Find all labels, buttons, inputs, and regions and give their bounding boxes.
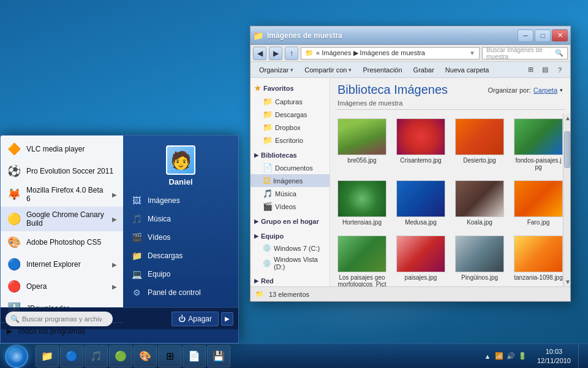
start-menu-left: 🔶 VLC media player ⚽ Pro Evolution Socce…	[1, 136, 123, 307]
taskbar-item-explorer[interactable]: 📁	[36, 345, 59, 367]
image-item-5[interactable]: Medusa.jpg	[394, 178, 448, 228]
tray-network-icon[interactable]: 📶	[494, 351, 504, 361]
nav-item-musica[interactable]: 🎵 Música	[251, 187, 330, 200]
taskbar-item-photoshop[interactable]: 🎨	[134, 345, 157, 367]
help-button[interactable]: ?	[553, 64, 567, 76]
nav-item-imagenes[interactable]: 🖼 Imágenes	[251, 174, 330, 187]
image-item-7[interactable]: Faro.jpg	[511, 178, 563, 228]
power-arrow-button[interactable]: ▶	[221, 312, 233, 326]
start-orb[interactable]	[5, 345, 28, 368]
right-imagenes[interactable]: 🖼 Imágenes	[123, 191, 238, 210]
image-item-4[interactable]: Hortensias.jpg	[335, 178, 389, 228]
search-input[interactable]	[22, 315, 102, 323]
right-panel-control[interactable]: ⚙ Panel de control	[123, 283, 238, 302]
computer-section[interactable]: ▶ Equipo	[251, 230, 330, 242]
right-descargas[interactable]: 📁 Descargas	[123, 247, 238, 265]
nav-item-vista[interactable]: 💿 Windows Vista (D:)	[251, 254, 330, 272]
smi-vlc[interactable]: 🔶 VLC media player	[1, 138, 123, 160]
scrollbar[interactable]: ▲ ▼	[563, 113, 570, 286]
homegroup-section[interactable]: ▶ Grupo en el hogar	[251, 215, 330, 228]
nav-item-videos[interactable]: 🎬 Vídeos	[251, 200, 330, 213]
user-avatar[interactable]: 🧑	[166, 145, 195, 175]
start-button[interactable]	[0, 344, 33, 369]
folder-icon: 🎬	[263, 202, 273, 211]
view-toggle-button[interactable]: ⊞	[524, 64, 537, 76]
image-grid: bre056.jpgCrisantemo.jpgDesierto.jpgfond…	[330, 113, 563, 286]
smi-firefox[interactable]: 🦊 Mozilla Firefox 4.0 Beta 6 ▶	[1, 182, 123, 207]
up-button[interactable]: ↑	[285, 47, 298, 60]
new-folder-button[interactable]: Nueva carpeta	[440, 65, 494, 75]
storage-icon: 💾	[213, 350, 225, 362]
photoshop-icon: 🎨	[7, 235, 21, 250]
image-item-0[interactable]: bre056.jpg	[335, 116, 389, 173]
network-section[interactable]: ▶ Red	[251, 275, 330, 286]
libraries-section[interactable]: ▶ Bibliotecas	[251, 149, 330, 161]
back-button[interactable]: ◀	[253, 47, 266, 60]
taskbar-clock[interactable]: 10:03 12/11/2010	[532, 347, 576, 365]
tray-battery-icon[interactable]: 🔋	[518, 351, 527, 361]
image-item-6[interactable]: Koala.jpg	[453, 178, 507, 228]
image-thumb	[337, 236, 386, 272]
presentation-button[interactable]: Presentación	[358, 65, 407, 75]
organize-button[interactable]: Organizar ▾	[254, 65, 298, 75]
close-button[interactable]: ✕	[552, 29, 568, 42]
taskbar-item-ie[interactable]: 🔵	[60, 345, 83, 367]
nav-item-documentos[interactable]: 📄 Documentos	[251, 161, 330, 174]
image-item-8[interactable]: Los paisajes geomorfologicos_Picture3.jp…	[335, 233, 389, 286]
taskbar-item-doc[interactable]: 📄	[183, 345, 206, 367]
address-text: « Imágenes ▶ Imágenes de muestra	[316, 49, 425, 57]
scrollbar-thumb[interactable]	[564, 131, 570, 168]
right-videos[interactable]: 🎬 Vídeos	[123, 228, 238, 247]
power-button[interactable]: ⏻ Apagar	[172, 312, 219, 326]
forward-button[interactable]: ▶	[269, 47, 282, 60]
right-equipo[interactable]: 💻 Equipo	[123, 265, 238, 283]
share-arrow-icon: ▾	[349, 67, 352, 73]
smi-chrome[interactable]: 🟡 Google Chrome Canary Build ▶	[1, 207, 123, 231]
preview-pane-button[interactable]: ▤	[538, 64, 552, 76]
share-button[interactable]: Compartir con ▾	[300, 65, 356, 75]
folder-icon: 📁	[263, 123, 273, 132]
tray-arrow-icon[interactable]: ▲	[483, 351, 492, 361]
minimize-button[interactable]: ─	[518, 29, 533, 42]
nav-item-capturas[interactable]: 📁 Capturas	[251, 95, 330, 108]
image-thumb	[396, 236, 445, 272]
search-box[interactable]: 🔍	[6, 312, 113, 326]
record-button[interactable]: Grabar	[409, 65, 439, 75]
nav-item-escritorio[interactable]: 📁 Escritorio	[251, 134, 330, 147]
smi-photoshop[interactable]: 🎨 Adobe Photoshop CS5	[1, 231, 123, 253]
image-thumb	[455, 118, 504, 155]
address-field[interactable]: 📁 « Imágenes ▶ Imágenes de muestra ▼	[301, 47, 480, 59]
taskbar-item-media[interactable]: 🎵	[85, 345, 108, 367]
search-icon: 🔍	[10, 315, 20, 323]
windows-logo	[10, 350, 23, 362]
taskbar-item-grid[interactable]: ⊞	[158, 345, 181, 367]
image-item-1[interactable]: Crisantemo.jpg	[394, 116, 448, 173]
image-thumb	[396, 118, 445, 155]
smi-ie[interactable]: 🔵 Internet Explorer ▶	[1, 253, 123, 275]
smi-pes[interactable]: ⚽ Pro Evolution Soccer 2011	[1, 160, 123, 182]
show-desktop-button[interactable]	[578, 345, 583, 368]
image-thumb	[396, 180, 445, 217]
image-item-3[interactable]: fondos-paisajes.jpg	[511, 116, 563, 173]
image-item-11[interactable]: tanzania-1098.jpg	[511, 233, 563, 286]
search-field[interactable]: Buscar Imágenes de muestra 🔍	[482, 47, 568, 59]
right-musica[interactable]: 🎵 Música	[123, 210, 238, 228]
image-item-10[interactable]: Pingüinos.jpg	[453, 233, 507, 286]
organize-arrow-icon: ▾	[560, 87, 563, 93]
tray-volume-icon[interactable]: 🔊	[506, 351, 516, 361]
organize-by-link[interactable]: Carpeta	[533, 86, 557, 94]
nav-item-win7[interactable]: 💿 Windows 7 (C:)	[251, 242, 330, 254]
taskbar-item-storage[interactable]: 💾	[207, 345, 230, 367]
nav-item-dropbox[interactable]: 📁 Dropbox	[251, 121, 330, 134]
image-item-2[interactable]: Desierto.jpg	[453, 116, 507, 173]
explorer-icon: 📁	[41, 350, 53, 362]
nav-item-descargas[interactable]: 📁 Descargas	[251, 108, 330, 121]
search-icon[interactable]: 🔍	[555, 49, 564, 57]
smi-opera[interactable]: 🔴 Opera ▶	[1, 275, 123, 297]
favorites-section[interactable]: ★ Favoritos	[251, 82, 330, 95]
image-item-9[interactable]: paisajes.jpg	[394, 233, 448, 286]
taskbar-item-spotify[interactable]: 🟢	[109, 345, 132, 367]
maximize-button[interactable]: □	[535, 29, 551, 42]
chevron-icon: ▶	[254, 152, 258, 158]
vlc-icon: 🔶	[7, 142, 21, 156]
